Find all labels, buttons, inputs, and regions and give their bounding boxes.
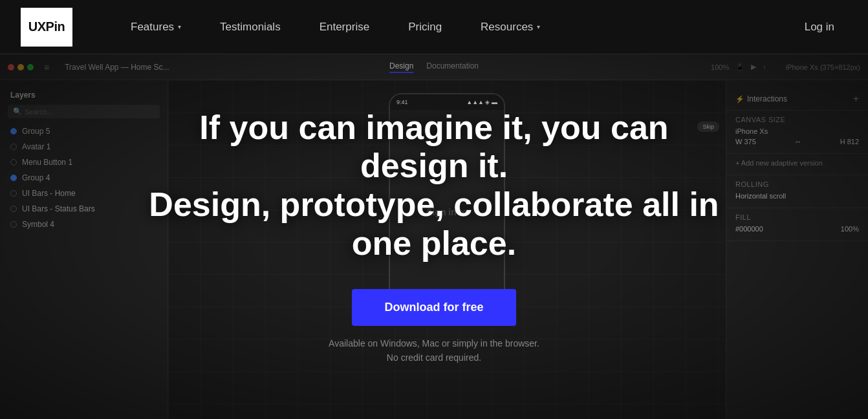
rolling-section: ROLLING Horizontal scroll	[726, 175, 868, 208]
layer-color-icon	[10, 206, 17, 212]
device-icon: 📱	[735, 63, 744, 71]
toolbar-tabs: Design Documentation	[389, 61, 479, 73]
layer-color-icon	[10, 175, 17, 181]
hero-background: ≡ Travel Well App — Home Sc... Design Do…	[0, 54, 868, 419]
layers-title: Layers	[0, 88, 168, 105]
nav-right: Log in	[792, 21, 847, 34]
chevron-down-icon: ▾	[178, 23, 181, 30]
document-title: Travel Well App — Home Sc...	[65, 63, 169, 72]
canvas-size-section: CANVAS SIZE iPhone Xs W 375 ↔ H 812	[726, 111, 868, 154]
chevron-down-icon-2: ▾	[537, 23, 540, 30]
nav-features[interactable]: Features ▾	[111, 0, 201, 54]
layer-item-menubutton[interactable]: Menu Button 1	[0, 155, 168, 170]
bolt-icon: ⚡	[735, 95, 744, 103]
cta-button[interactable]: Download for free	[352, 289, 515, 326]
layer-color-icon	[10, 144, 17, 150]
sign-in-text: Sign in to	[426, 207, 468, 217]
canvas-size-label: CANVAS SIZE	[735, 116, 859, 124]
minimize-icon	[17, 64, 24, 70]
zoom-level: 100%	[711, 63, 729, 71]
add-interaction-button[interactable]: +	[853, 93, 859, 105]
layer-item-symbol4[interactable]: Symbol 4	[0, 217, 168, 232]
traffic-lights	[8, 64, 34, 70]
editor-ui: ≡ Travel Well App — Home Sc... Design Do…	[0, 54, 868, 419]
properties-panel: ⚡ Interactions + CANVAS SIZE iPhone Xs W…	[726, 80, 868, 419]
fill-label: FILL	[735, 213, 859, 221]
nav-pricing[interactable]: Pricing	[389, 0, 461, 54]
add-adaptive-version[interactable]: + Add new adaptive version	[735, 159, 859, 167]
layers-panel: Layers 🔍 Search... Group 5 Avatar 1 Menu…	[0, 80, 168, 419]
adaptive-section: + Add new adaptive version	[726, 154, 868, 175]
fill-values: #000000 100%	[735, 225, 859, 233]
phone-status-bar: 9:41 ▲▲▲ ◈ ▬	[390, 94, 504, 110]
layer-color-icon	[10, 190, 17, 197]
hamburger-icon: ≡	[44, 62, 49, 72]
interactions-header: ⚡ Interactions +	[726, 88, 868, 111]
layer-color-icon	[10, 128, 17, 134]
device-label: iPhone Xs (375×812px)	[786, 63, 860, 71]
canvas-area[interactable]: 9:41 ▲▲▲ ◈ ▬ Sign in to Skip	[168, 80, 726, 419]
tab-documentation[interactable]: Documentation	[426, 61, 479, 73]
nav-links: Features ▾ Testimonials Enterprise Prici…	[111, 0, 792, 54]
layer-color-icon	[10, 221, 17, 228]
share-icon: ↑	[763, 63, 766, 71]
phone-mockup: 9:41 ▲▲▲ ◈ ▬ Sign in to	[389, 93, 505, 300]
logo-text: UXPin	[28, 19, 65, 34]
expand-icon	[27, 64, 34, 70]
tab-design[interactable]: Design	[389, 61, 413, 73]
nav-testimonials[interactable]: Testimonials	[201, 0, 300, 54]
layer-item-group4[interactable]: Group 4	[0, 170, 168, 186]
login-button[interactable]: Log in	[792, 21, 847, 34]
horizontal-scroll-value: Horizontal scroll	[735, 192, 859, 200]
toolbar-right: 100% 📱 ▶ ↑ iPhone Xs (375×812px)	[711, 63, 860, 71]
logo[interactable]: UXPin	[21, 8, 72, 47]
rolling-label: ROLLING	[735, 180, 859, 188]
layers-search[interactable]: 🔍 Search...	[8, 105, 160, 118]
layer-item-group5[interactable]: Group 5	[0, 124, 168, 139]
close-icon	[8, 64, 14, 70]
layer-item-uibars-home[interactable]: UI Bars - Home	[0, 186, 168, 201]
nav-enterprise[interactable]: Enterprise	[300, 0, 389, 54]
skip-button[interactable]: Skip	[697, 122, 719, 132]
fill-section: FILL #000000 100%	[726, 208, 868, 241]
play-icon: ▶	[751, 63, 756, 71]
search-icon: 🔍	[13, 107, 22, 116]
layer-item-statusbars[interactable]: UI Bars - Status Bars	[0, 201, 168, 217]
phone-content: Sign in to	[390, 110, 504, 300]
nav-resources[interactable]: Resources ▾	[461, 0, 559, 54]
layer-item-avatar1[interactable]: Avatar 1	[0, 139, 168, 155]
canvas-dimensions: W 375 ↔ H 812	[735, 138, 859, 145]
navbar: UXPin Features ▾ Testimonials Enterprise…	[0, 0, 868, 54]
editor-body: Layers 🔍 Search... Group 5 Avatar 1 Menu…	[0, 80, 868, 419]
editor-toolbar: ≡ Travel Well App — Home Sc... Design Do…	[0, 54, 868, 80]
interactions-title: ⚡ Interactions	[735, 94, 787, 103]
layer-color-icon	[10, 159, 17, 166]
canvas-size-value: iPhone Xs	[735, 127, 859, 135]
